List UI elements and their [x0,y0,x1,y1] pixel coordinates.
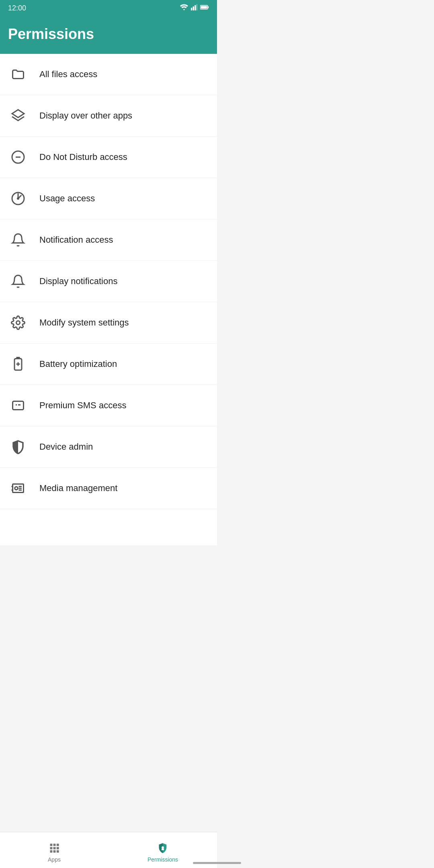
svg-rect-3 [194,5,196,10]
permission-item-display-over-other-apps[interactable]: Display over other apps [0,95,217,137]
svg-point-26 [15,487,18,490]
permission-label-all-files-access: All files access [39,69,97,80]
permission-label-media-management: Media management [39,483,117,493]
battery-icon [200,4,209,12]
bell-icon-notification [8,230,28,250]
svg-rect-7 [201,6,207,8]
permission-item-notification-access[interactable]: Notification access [0,219,217,261]
app-bar: Permissions [0,16,217,54]
bell-icon-display [8,271,28,291]
svg-point-0 [183,9,184,10]
wifi-icon [180,4,188,12]
svg-point-12 [17,197,19,200]
permission-item-usage-access[interactable]: Usage access [0,178,217,219]
status-time: 12:00 [8,4,26,12]
permission-item-device-admin[interactable]: Device admin [0,426,217,468]
permission-label-display-notifications: Display notifications [39,276,117,287]
gear-icon [8,313,28,333]
status-bar: 12:00 [0,0,217,16]
permission-label-premium-sms-access: Premium SMS access [39,400,126,411]
message-icon [8,395,28,416]
minus-circle-icon [8,147,28,167]
permission-label-do-not-disturb: Do Not Disturb access [39,152,127,162]
svg-marker-8 [12,110,24,118]
media-icon [8,478,28,498]
permission-item-all-files-access[interactable]: All files access [0,54,217,95]
permission-label-modify-system-settings: Modify system settings [39,317,129,328]
svg-rect-25 [12,489,13,491]
chart-circle-icon [8,188,28,209]
svg-rect-2 [193,6,194,10]
folder-icon [8,64,28,84]
svg-rect-4 [197,4,197,10]
permission-label-device-admin: Device admin [39,442,93,452]
battery-plus-icon [8,354,28,374]
permission-item-battery-optimization[interactable]: Battery optimization [0,344,217,385]
permission-item-do-not-disturb[interactable]: Do Not Disturb access [0,137,217,178]
page-title: Permissions [8,26,209,43]
permission-label-usage-access: Usage access [39,193,95,204]
svg-rect-6 [208,6,209,8]
svg-rect-1 [191,8,192,10]
permission-item-media-management[interactable]: Media management [0,468,217,509]
permission-item-premium-sms-access[interactable]: Premium SMS access [0,385,217,426]
permission-label-notification-access: Notification access [39,235,113,245]
permissions-list: All files access Display over other apps… [0,54,217,545]
permission-label-display-over-other-apps: Display over other apps [39,111,132,121]
permission-label-battery-optimization: Battery optimization [39,359,117,369]
signal-icon [190,4,198,12]
svg-rect-24 [12,486,13,487]
permission-item-modify-system-settings[interactable]: Modify system settings [0,302,217,344]
status-icons [180,4,209,12]
layers-icon [8,106,28,126]
svg-point-15 [16,321,20,325]
shield-half-icon [8,437,28,457]
permission-item-display-notifications[interactable]: Display notifications [0,261,217,302]
